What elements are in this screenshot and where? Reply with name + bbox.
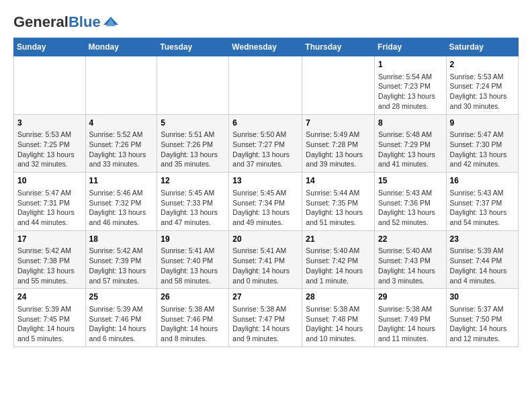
- day-number: 27: [232, 291, 298, 303]
- week-row-1: 1Sunrise: 5:54 AMSunset: 7:23 PMDaylight…: [14, 56, 519, 115]
- day-number: 5: [161, 118, 225, 129]
- day-info: Sunrise: 5:44 AMSunset: 7:35 PMDaylight:…: [306, 188, 371, 228]
- day-number: 1: [378, 59, 443, 71]
- day-number: 6: [232, 118, 298, 129]
- day-number: 24: [17, 291, 82, 303]
- calendar-cell: 1Sunrise: 5:54 AMSunset: 7:23 PMDaylight…: [375, 56, 447, 115]
- week-row-3: 10Sunrise: 5:47 AMSunset: 7:31 PMDayligh…: [14, 173, 519, 231]
- day-info: Sunrise: 5:38 AMSunset: 7:49 PMDaylight:…: [378, 304, 443, 344]
- day-number: 15: [378, 175, 443, 187]
- day-info: Sunrise: 5:53 AMSunset: 7:25 PMDaylight:…: [17, 130, 82, 169]
- calendar-cell: 5Sunrise: 5:51 AMSunset: 7:26 PMDaylight…: [157, 114, 229, 173]
- calendar-cell: [14, 56, 86, 115]
- day-number: 10: [17, 175, 82, 187]
- day-info: Sunrise: 5:53 AMSunset: 7:24 PMDaylight:…: [450, 72, 515, 111]
- day-number: 12: [161, 175, 225, 187]
- day-info: Sunrise: 5:49 AMSunset: 7:28 PMDaylight:…: [306, 130, 371, 169]
- day-info: Sunrise: 5:45 AMSunset: 7:33 PMDaylight:…: [161, 188, 225, 228]
- day-info: Sunrise: 5:39 AMSunset: 7:46 PMDaylight:…: [89, 304, 154, 344]
- day-number: 21: [306, 234, 371, 245]
- day-number: 18: [89, 234, 154, 245]
- day-info: Sunrise: 5:52 AMSunset: 7:26 PMDaylight:…: [89, 130, 154, 169]
- calendar-cell: 8Sunrise: 5:48 AMSunset: 7:29 PMDaylight…: [375, 114, 447, 173]
- day-number: 20: [232, 234, 298, 245]
- day-number: 30: [450, 291, 515, 303]
- calendar-cell: 15Sunrise: 5:43 AMSunset: 7:36 PMDayligh…: [375, 173, 447, 231]
- day-info: Sunrise: 5:39 AMSunset: 7:44 PMDaylight:…: [450, 246, 515, 285]
- calendar-cell: 19Sunrise: 5:41 AMSunset: 7:40 PMDayligh…: [157, 230, 229, 289]
- day-info: Sunrise: 5:45 AMSunset: 7:34 PMDaylight:…: [232, 188, 298, 228]
- day-info: Sunrise: 5:43 AMSunset: 7:36 PMDaylight:…: [378, 188, 443, 228]
- calendar-cell: 18Sunrise: 5:42 AMSunset: 7:39 PMDayligh…: [85, 230, 157, 289]
- header-thursday: Thursday: [302, 38, 375, 56]
- day-number: 11: [89, 175, 154, 187]
- calendar-cell: 11Sunrise: 5:46 AMSunset: 7:32 PMDayligh…: [85, 173, 157, 231]
- day-number: 8: [378, 118, 443, 129]
- day-info: Sunrise: 5:42 AMSunset: 7:39 PMDaylight:…: [89, 246, 154, 285]
- calendar-header: SundayMondayTuesdayWednesdayThursdayFrid…: [14, 38, 519, 56]
- calendar-cell: 7Sunrise: 5:49 AMSunset: 7:28 PMDaylight…: [302, 114, 375, 173]
- calendar-cell: 20Sunrise: 5:41 AMSunset: 7:41 PMDayligh…: [229, 230, 302, 289]
- day-info: Sunrise: 5:38 AMSunset: 7:47 PMDaylight:…: [232, 304, 298, 344]
- day-info: Sunrise: 5:41 AMSunset: 7:40 PMDaylight:…: [161, 246, 225, 285]
- logo: GeneralBlue: [13, 13, 118, 31]
- calendar-cell: 3Sunrise: 5:53 AMSunset: 7:25 PMDaylight…: [14, 114, 86, 173]
- calendar-cell: 16Sunrise: 5:43 AMSunset: 7:37 PMDayligh…: [446, 173, 518, 231]
- calendar-cell: 14Sunrise: 5:44 AMSunset: 7:35 PMDayligh…: [302, 173, 375, 231]
- day-number: 23: [450, 234, 515, 245]
- logo-general-text: GeneralBlue: [13, 13, 101, 31]
- day-number: 16: [450, 175, 515, 187]
- day-info: Sunrise: 5:46 AMSunset: 7:32 PMDaylight:…: [89, 188, 154, 228]
- day-info: Sunrise: 5:39 AMSunset: 7:45 PMDaylight:…: [17, 304, 82, 344]
- header-tuesday: Tuesday: [157, 38, 229, 56]
- header-row: SundayMondayTuesdayWednesdayThursdayFrid…: [14, 38, 519, 56]
- day-number: 7: [306, 118, 371, 129]
- calendar-cell: 26Sunrise: 5:38 AMSunset: 7:46 PMDayligh…: [157, 289, 229, 347]
- day-number: 3: [17, 118, 82, 129]
- day-number: 29: [378, 291, 443, 303]
- day-info: Sunrise: 5:47 AMSunset: 7:31 PMDaylight:…: [17, 188, 82, 228]
- calendar-cell: 28Sunrise: 5:38 AMSunset: 7:48 PMDayligh…: [302, 289, 375, 347]
- calendar-cell: 27Sunrise: 5:38 AMSunset: 7:47 PMDayligh…: [229, 289, 302, 347]
- calendar-cell: [85, 56, 157, 115]
- day-info: Sunrise: 5:42 AMSunset: 7:38 PMDaylight:…: [17, 246, 82, 285]
- day-number: 2: [450, 59, 515, 71]
- day-info: Sunrise: 5:48 AMSunset: 7:29 PMDaylight:…: [378, 130, 443, 169]
- day-number: 13: [232, 175, 298, 187]
- calendar-cell: [302, 56, 375, 115]
- calendar-cell: 4Sunrise: 5:52 AMSunset: 7:26 PMDaylight…: [85, 114, 157, 173]
- calendar-cell: [157, 56, 229, 115]
- header-friday: Friday: [375, 38, 447, 56]
- day-info: Sunrise: 5:51 AMSunset: 7:26 PMDaylight:…: [161, 130, 225, 169]
- day-number: 25: [89, 291, 154, 303]
- header-wednesday: Wednesday: [229, 38, 302, 56]
- calendar-cell: 22Sunrise: 5:40 AMSunset: 7:43 PMDayligh…: [375, 230, 447, 289]
- logo-blue-label: Blue: [69, 13, 101, 30]
- day-number: 17: [17, 234, 82, 245]
- day-number: 22: [378, 234, 443, 245]
- calendar-cell: 17Sunrise: 5:42 AMSunset: 7:38 PMDayligh…: [14, 230, 86, 289]
- page-header: GeneralBlue: [13, 13, 519, 31]
- calendar-cell: 12Sunrise: 5:45 AMSunset: 7:33 PMDayligh…: [157, 173, 229, 231]
- day-number: 26: [161, 291, 225, 303]
- calendar-body: 1Sunrise: 5:54 AMSunset: 7:23 PMDaylight…: [14, 56, 519, 347]
- day-info: Sunrise: 5:40 AMSunset: 7:43 PMDaylight:…: [378, 246, 443, 285]
- day-info: Sunrise: 5:41 AMSunset: 7:41 PMDaylight:…: [232, 246, 298, 285]
- calendar-cell: [229, 56, 302, 115]
- calendar-cell: 29Sunrise: 5:38 AMSunset: 7:49 PMDayligh…: [375, 289, 447, 347]
- calendar-cell: 10Sunrise: 5:47 AMSunset: 7:31 PMDayligh…: [14, 173, 86, 231]
- calendar-cell: 2Sunrise: 5:53 AMSunset: 7:24 PMDaylight…: [446, 56, 518, 115]
- day-info: Sunrise: 5:43 AMSunset: 7:37 PMDaylight:…: [450, 188, 515, 228]
- calendar-cell: 9Sunrise: 5:47 AMSunset: 7:30 PMDaylight…: [446, 114, 518, 173]
- week-row-5: 24Sunrise: 5:39 AMSunset: 7:45 PMDayligh…: [14, 289, 519, 347]
- calendar-cell: 21Sunrise: 5:40 AMSunset: 7:42 PMDayligh…: [302, 230, 375, 289]
- day-number: 4: [89, 118, 154, 129]
- day-info: Sunrise: 5:38 AMSunset: 7:48 PMDaylight:…: [306, 304, 371, 344]
- logo-general-label: General: [13, 13, 69, 30]
- calendar-cell: 30Sunrise: 5:37 AMSunset: 7:50 PMDayligh…: [446, 289, 518, 347]
- calendar-cell: 13Sunrise: 5:45 AMSunset: 7:34 PMDayligh…: [229, 173, 302, 231]
- header-monday: Monday: [85, 38, 157, 56]
- logo-icon: [103, 15, 118, 29]
- day-info: Sunrise: 5:50 AMSunset: 7:27 PMDaylight:…: [232, 130, 298, 169]
- day-info: Sunrise: 5:40 AMSunset: 7:42 PMDaylight:…: [306, 246, 371, 285]
